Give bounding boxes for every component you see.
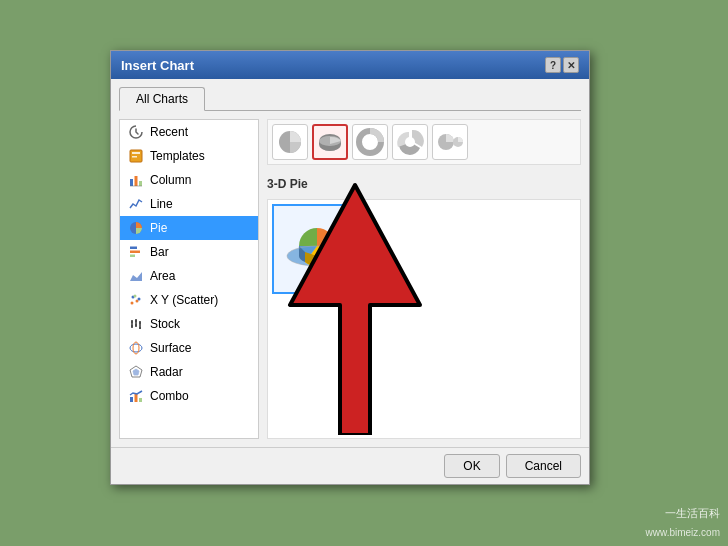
radar-label: Radar	[150, 365, 183, 379]
combo-icon	[128, 388, 144, 404]
chart-icon-pie-3d[interactable]	[312, 124, 348, 160]
svg-rect-5	[139, 181, 142, 186]
sidebar-item-surface[interactable]: Surface	[120, 336, 258, 360]
xy-scatter-label: X Y (Scatter)	[150, 293, 218, 307]
chart-type-icons-row	[267, 119, 581, 165]
pie-icon	[128, 220, 144, 236]
content-area: Recent Templates	[119, 119, 581, 439]
chart-previews	[267, 199, 581, 439]
svg-rect-31	[135, 394, 138, 402]
svg-rect-10	[130, 255, 135, 258]
svg-point-37	[365, 137, 375, 147]
svg-point-35	[319, 136, 341, 146]
page-wrapper: Insert Chart ? ✕ All Charts	[0, 0, 728, 546]
svg-marker-11	[130, 272, 142, 281]
sidebar-item-line[interactable]: Line	[120, 192, 258, 216]
svg-rect-8	[130, 247, 137, 250]
area-label: Area	[150, 269, 175, 283]
sidebar-item-templates[interactable]: Templates	[120, 144, 258, 168]
svg-rect-3	[130, 179, 133, 186]
templates-label: Templates	[150, 149, 205, 163]
stock-icon	[128, 316, 144, 332]
tab-bar: All Charts	[119, 87, 581, 111]
svg-point-26	[130, 344, 142, 352]
watermark: www.bimeiz.com	[646, 527, 720, 538]
sidebar-item-recent[interactable]: Recent	[120, 120, 258, 144]
recent-label: Recent	[150, 125, 188, 139]
svg-rect-1	[132, 152, 140, 154]
sidebar-item-combo[interactable]: Combo	[120, 384, 258, 408]
svg-point-38	[405, 137, 415, 147]
chart-icon-pie-2d[interactable]	[272, 124, 308, 160]
combo-label: Combo	[150, 389, 189, 403]
ok-button[interactable]: OK	[444, 454, 499, 478]
main-panel: 3-D Pie	[267, 119, 581, 439]
sidebar-item-column[interactable]: Column	[120, 168, 258, 192]
pie-label: Pie	[150, 221, 167, 235]
cancel-button[interactable]: Cancel	[506, 454, 581, 478]
close-button[interactable]: ✕	[563, 57, 579, 73]
area-icon	[128, 268, 144, 284]
svg-point-14	[134, 295, 137, 298]
titlebar-buttons: ? ✕	[545, 57, 579, 73]
dialog-body: All Charts Recent	[111, 79, 589, 447]
svg-point-16	[131, 302, 134, 305]
sidebar: Recent Templates	[119, 119, 259, 439]
templates-icon	[128, 148, 144, 164]
svg-rect-9	[130, 251, 140, 254]
dialog-footer: OK Cancel	[111, 447, 589, 484]
surface-icon	[128, 340, 144, 356]
line-label: Line	[150, 197, 173, 211]
svg-rect-4	[135, 176, 138, 186]
sidebar-item-bar[interactable]: Bar	[120, 240, 258, 264]
radar-icon	[128, 364, 144, 380]
sidebar-item-area[interactable]: Area	[120, 264, 258, 288]
sidebar-item-radar[interactable]: Radar	[120, 360, 258, 384]
dialog-title: Insert Chart	[121, 58, 194, 73]
sidebar-item-pie[interactable]: Pie	[120, 216, 258, 240]
chinese-watermark: 一生活百科	[665, 506, 720, 521]
insert-chart-dialog: Insert Chart ? ✕ All Charts	[110, 50, 590, 485]
chart-icon-donut[interactable]	[352, 124, 388, 160]
xy-scatter-icon	[128, 292, 144, 308]
bar-label: Bar	[150, 245, 169, 259]
recent-icon	[128, 124, 144, 140]
svg-rect-32	[139, 398, 142, 402]
chart-icon-pie-of-pie[interactable]	[432, 124, 468, 160]
preview-item-1[interactable]	[272, 204, 362, 294]
sidebar-item-xy-scatter[interactable]: X Y (Scatter)	[120, 288, 258, 312]
svg-rect-30	[130, 397, 133, 402]
surface-label: Surface	[150, 341, 191, 355]
sidebar-item-stock[interactable]: Stock	[120, 312, 258, 336]
svg-point-15	[138, 298, 141, 301]
line-icon	[128, 196, 144, 212]
column-icon	[128, 172, 144, 188]
svg-rect-2	[132, 156, 137, 158]
chart-icon-donut-exploded[interactable]	[392, 124, 428, 160]
stock-label: Stock	[150, 317, 180, 331]
tab-all-charts[interactable]: All Charts	[119, 87, 205, 111]
help-button[interactable]: ?	[545, 57, 561, 73]
chart-type-label: 3-D Pie	[267, 177, 581, 191]
bar-icon	[128, 244, 144, 260]
svg-marker-29	[133, 369, 139, 375]
column-label: Column	[150, 173, 191, 187]
dialog-titlebar: Insert Chart ? ✕	[111, 51, 589, 79]
